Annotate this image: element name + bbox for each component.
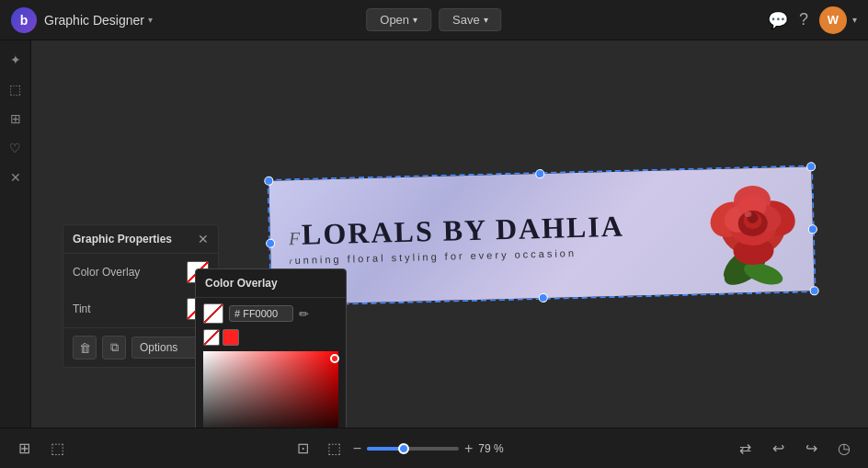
fit-icon-button[interactable]: ⊡ <box>291 436 316 462</box>
popup-swatches <box>196 329 346 351</box>
zoom-in-button[interactable]: + <box>464 440 473 457</box>
chat-icon-button[interactable]: 💬 <box>768 10 788 30</box>
tint-label: Tint <box>73 302 91 315</box>
save-label: Save <box>452 13 480 27</box>
popup-no-color-swatch[interactable] <box>203 303 223 324</box>
canvas-content: FLORALS BY DAHLIA running floral styling… <box>31 40 868 428</box>
bottom-right-icons: ⇄ ↩ ↪ ◷ <box>732 436 857 462</box>
zoom-out-button[interactable]: − <box>353 440 361 457</box>
avatar-letter: W <box>828 13 839 27</box>
sidebar-icon-grid[interactable]: ⊞ <box>4 107 28 131</box>
panel-close-button[interactable]: ✕ <box>198 233 209 245</box>
topbar-center: Open ▾ Save ▾ <box>366 8 501 31</box>
sidebar-icon-close[interactable]: ✕ <box>4 166 28 189</box>
swap-icon-button[interactable]: ⇄ <box>732 436 758 462</box>
open-chevron: ▾ <box>413 15 417 25</box>
color-gradient-area[interactable] <box>203 351 338 428</box>
banner: FLORALS BY DAHLIA running floral styling… <box>268 166 814 304</box>
app-name: Graphic Designer ▾ <box>44 13 153 28</box>
avatar[interactable]: W <box>819 6 847 34</box>
popup-hex-row: ✏ <box>196 298 346 329</box>
hex-input[interactable] <box>229 305 293 322</box>
redo-icon-button[interactable]: ↪ <box>798 436 824 462</box>
bottom-bar: ⊞ ⬚ ⊡ ⬚ − + 79 % ⇄ ↩ ↪ ◷ <box>0 428 868 468</box>
app-logo: b <box>11 7 37 33</box>
history-icon-button[interactable]: ◷ <box>831 436 857 462</box>
zoom-value: 79 % <box>478 442 511 455</box>
zoom-slider-track[interactable] <box>367 447 459 451</box>
topbar-right: 💬 ? W ▾ <box>768 6 857 34</box>
dropper-icon[interactable]: ✏ <box>299 307 309 321</box>
zoom-slider-thumb[interactable] <box>398 443 409 454</box>
app-name-chevron[interactable]: ▾ <box>148 15 153 25</box>
banner-title: FLORALS BY DAHLIA <box>288 210 675 249</box>
duplicate-icon-button[interactable]: ⧉ <box>102 336 126 360</box>
sidebar-icon-frame[interactable]: ⬚ <box>4 77 28 101</box>
grid-icon-button[interactable]: ⬚ <box>44 436 70 462</box>
color-overlay-label: Color Overlay <box>73 266 140 279</box>
zoom-controls: ⊡ ⬚ − + 79 % <box>291 436 512 462</box>
layers-icon-button[interactable]: ⊞ <box>11 436 37 462</box>
gradient-darkness <box>203 351 338 428</box>
color-overlay-popup: Color Overlay ✏ <box>195 268 347 428</box>
user-chevron[interactable]: ▾ <box>852 15 857 25</box>
delete-icon-button[interactable]: 🗑 <box>73 336 97 360</box>
popup-title: Color Overlay <box>196 269 346 298</box>
undo-icon-button[interactable]: ↩ <box>765 436 791 462</box>
mini-swatch-red[interactable] <box>223 329 239 346</box>
banner-rose <box>691 166 814 293</box>
canvas-area: FLORALS BY DAHLIA running floral styling… <box>31 40 868 428</box>
sidebar-icon-shapes[interactable]: ✦ <box>4 48 28 72</box>
panel-title: Graphic Properties <box>73 233 172 245</box>
frame-icon-button[interactable]: ⬚ <box>322 436 348 462</box>
topbar: b Graphic Designer ▾ Open ▾ Save ▾ 💬 ? W… <box>0 0 868 40</box>
save-chevron: ▾ <box>484 15 488 25</box>
app-name-label: Graphic Designer <box>44 13 144 28</box>
panel-header: Graphic Properties ✕ <box>63 225 218 254</box>
mini-swatch-no-color[interactable] <box>203 329 220 346</box>
banner-wrapper[interactable]: FLORALS BY DAHLIA running floral styling… <box>268 166 814 304</box>
left-sidebar: ✦ ⬚ ⊞ ♡ ✕ <box>0 40 31 428</box>
save-button[interactable]: Save ▾ <box>439 8 502 31</box>
sidebar-icon-heart[interactable]: ♡ <box>4 136 28 160</box>
gradient-cursor[interactable] <box>330 354 339 363</box>
options-label: Options <box>140 341 177 354</box>
help-icon-button[interactable]: ? <box>799 10 808 29</box>
open-label: Open <box>380 13 409 27</box>
open-button[interactable]: Open ▾ <box>366 8 431 31</box>
